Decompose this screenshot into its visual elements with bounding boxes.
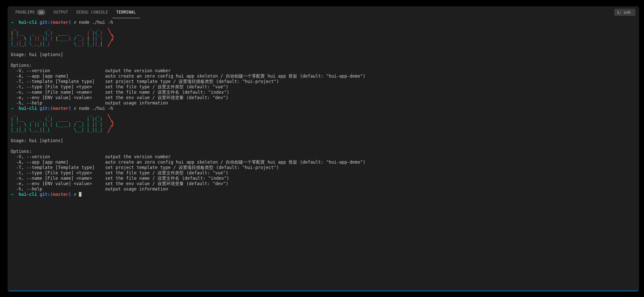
usage-line: Usage: hui [options] bbox=[11, 138, 63, 143]
option-row: -T, --template [Template type] set proje… bbox=[11, 165, 279, 170]
prompt-dir: hui-cli bbox=[19, 192, 37, 197]
option-row: -h, --help output usage information bbox=[11, 186, 168, 192]
prompt-git-label: git:( bbox=[40, 106, 53, 111]
prompt-dirty-icon: ✗ bbox=[74, 20, 76, 25]
option-row: -h, --help output usage information bbox=[11, 100, 168, 105]
option-row: -e, --env [ENV value] <value> set the en… bbox=[11, 181, 228, 186]
option-row: -A, --app [app name] auto create an zero… bbox=[11, 73, 365, 79]
prompt-git-close: ) bbox=[68, 192, 71, 197]
prompt-branch: master bbox=[53, 106, 68, 111]
tab-terminal-label: TERMINAL bbox=[116, 10, 136, 15]
options-header: Options: bbox=[11, 149, 32, 154]
option-row: -T, --template [Template type] set proje… bbox=[11, 79, 279, 84]
prompt-git-close: ) bbox=[68, 106, 71, 111]
option-row: -V, --version output the version number bbox=[11, 68, 171, 73]
problems-count-badge: 15 bbox=[37, 9, 45, 15]
tab-output-label: OUTPUT bbox=[54, 10, 68, 15]
ascii-banner-green: _ _ _ _ | |__ _ _ (_) ____ __ | |(_) ╲ |… bbox=[11, 111, 115, 132]
terminal-task-label: 1: zsh bbox=[617, 10, 631, 14]
option-row: -t, --type [File type] <type> set the fi… bbox=[11, 170, 228, 175]
ascii-banner-rainbow: _ _ _ _ | |__ _ _ (_) ____ __ | |(_) ╲ |… bbox=[11, 25, 115, 46]
usage-line: Usage: hui [options] bbox=[11, 52, 63, 57]
prompt-arrow: → bbox=[11, 20, 13, 25]
tab-output[interactable]: OUTPUT bbox=[49, 6, 72, 18]
tab-problems-label: PROBLEMS bbox=[15, 10, 35, 15]
terminal-content[interactable]: → hui-cli git:(master) ✗ node ./hui -h _… bbox=[8, 18, 639, 291]
prompt-dir: hui-cli bbox=[19, 20, 37, 25]
options-header: Options: bbox=[11, 63, 32, 68]
prompt-branch: master bbox=[53, 20, 68, 25]
prompt-git-close: ) bbox=[68, 20, 71, 25]
tab-debug-console[interactable]: DEBUG CONSOLE bbox=[72, 6, 112, 18]
cursor bbox=[79, 192, 81, 197]
terminal-task-dropdown[interactable]: 1: zsh bbox=[614, 9, 635, 16]
tab-debug-console-label: DEBUG CONSOLE bbox=[76, 10, 108, 15]
prompt-git-label: git:( bbox=[40, 192, 53, 197]
option-row: -e, --env [ENV value] <value> set the en… bbox=[11, 95, 228, 100]
prompt-dirty-icon: ✗ bbox=[74, 192, 76, 197]
status-bar-accent bbox=[8, 291, 639, 291]
prompt-git-label: git:( bbox=[40, 20, 53, 25]
vscode-panel: PROBLEMS 15 OUTPUT DEBUG CONSOLE TERMINA… bbox=[8, 6, 639, 291]
option-row: -V, --version output the version number bbox=[11, 154, 171, 159]
prompt-dir: hui-cli bbox=[19, 106, 37, 111]
option-row: -n, --name [File name] <name> set the fi… bbox=[11, 90, 229, 95]
option-row: -n, --name [File name] <name> set the fi… bbox=[11, 176, 229, 181]
prompt-command: node ./hui -h bbox=[79, 106, 113, 111]
option-row: -A, --app [app name] auto create an zero… bbox=[11, 160, 365, 165]
option-row: -t, --type [File type] <type> set the fi… bbox=[11, 84, 228, 89]
prompt-arrow: → bbox=[11, 192, 13, 197]
tab-terminal[interactable]: TERMINAL bbox=[112, 6, 140, 18]
tab-problems[interactable]: PROBLEMS 15 bbox=[11, 6, 49, 18]
prompt-dirty-icon: ✗ bbox=[74, 106, 76, 111]
prompt-branch: master bbox=[53, 192, 68, 197]
panel-tab-bar: PROBLEMS 15 OUTPUT DEBUG CONSOLE TERMINA… bbox=[8, 6, 639, 18]
prompt-command: node ./hui -h bbox=[79, 20, 113, 25]
prompt-arrow: → bbox=[11, 106, 13, 111]
